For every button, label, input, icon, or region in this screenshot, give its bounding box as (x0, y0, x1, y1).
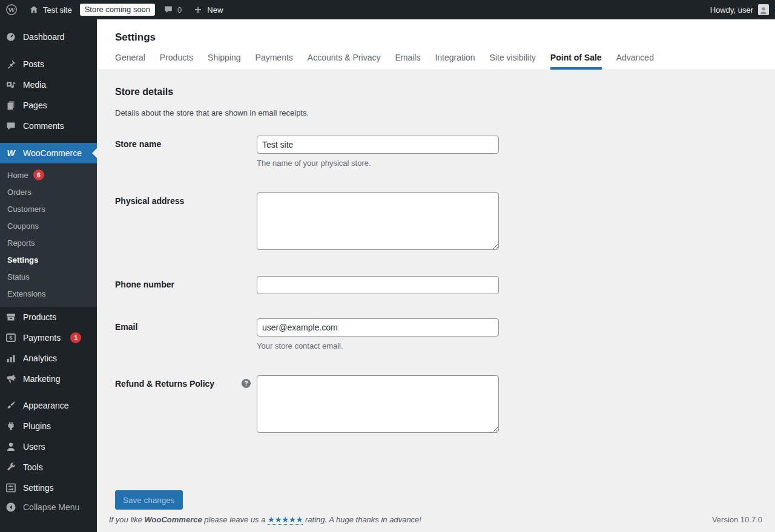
tab-advanced[interactable]: Advanced (616, 53, 654, 70)
sidebar-subitem-orders[interactable]: Orders (0, 183, 97, 200)
sidebar-subitem-settings[interactable]: Settings (0, 251, 97, 268)
products-icon (5, 311, 17, 323)
settings-tabs: General Products Shipping Payments Accou… (115, 53, 775, 70)
tab-emails[interactable]: Emails (395, 53, 420, 70)
dashboard-icon (5, 31, 17, 43)
submenu-item-label: Extensions (7, 289, 46, 298)
help-tip-icon[interactable]: ? (242, 379, 251, 388)
five-star-rating-link[interactable]: ★★★★★ (268, 515, 303, 525)
email-input[interactable] (257, 318, 499, 337)
sidebar-item-dashboard[interactable]: Dashboard (0, 27, 97, 47)
sidebar-item-payments[interactable]: $ Payments 1 (0, 327, 97, 348)
sidebar-item-label: Plugins (23, 421, 51, 431)
sidebar-item-marketing[interactable]: Marketing (0, 369, 97, 389)
appearance-icon (5, 399, 17, 412)
form-row-email: Email Your store contact email. (115, 318, 757, 351)
tab-accounts-privacy[interactable]: Accounts & Privacy (308, 53, 381, 70)
sidebar-item-users[interactable]: Users (0, 436, 97, 457)
sidebar-item-plugins[interactable]: Plugins (0, 416, 97, 436)
sidebar-item-label: Collapse Menu (23, 502, 79, 512)
coming-soon-badge[interactable]: Store coming soon (80, 4, 155, 16)
tab-products[interactable]: Products (160, 53, 193, 70)
sidebar-item-posts[interactable]: Posts (0, 54, 97, 74)
sidebar-item-label: Pages (23, 100, 47, 110)
sidebar-item-tools[interactable]: Tools (0, 457, 97, 478)
comments-bubble-icon (163, 4, 174, 15)
sidebar-subitem-coupons[interactable]: Coupons (0, 217, 97, 234)
refund-policy-label: Refund & Returns Policy (115, 379, 214, 389)
comments-icon (5, 120, 17, 132)
tab-site-visibility[interactable]: Site visibility (490, 53, 536, 70)
store-details-form: Store name The name of your physical sto… (115, 136, 757, 435)
sidebar-item-label: Users (23, 442, 45, 452)
plus-icon (193, 4, 203, 15)
sidebar-subitem-customers[interactable]: Customers (0, 200, 97, 217)
sidebar-item-analytics[interactable]: Analytics (0, 348, 97, 369)
sidebar-subitem-status[interactable]: Status (0, 268, 97, 285)
form-row-physical-address: Physical address (115, 192, 757, 252)
save-changes-button[interactable]: Save changes (115, 490, 183, 510)
refund-policy-textarea[interactable] (257, 375, 499, 433)
form-row-phone-number: Phone number (115, 276, 757, 294)
tab-payments[interactable]: Payments (256, 53, 293, 70)
tab-integration[interactable]: Integration (435, 53, 475, 70)
submenu-item-label: Orders (7, 188, 31, 197)
submenu-item-label: Status (7, 272, 30, 281)
submenu-item-label: Coupons (7, 222, 39, 231)
sidebar-item-comments[interactable]: Comments (0, 116, 97, 136)
wordpress-menu-button[interactable]: W (0, 0, 23, 19)
howdy-text: Howdy, user (710, 5, 753, 15)
account-menu[interactable]: Howdy, user (710, 4, 775, 15)
visit-site-link[interactable]: Test site (23, 0, 78, 19)
form-row-store-name: Store name The name of your physical sto… (115, 136, 757, 168)
sidebar-item-label: Dashboard (23, 32, 65, 42)
new-content-button[interactable]: New (187, 0, 228, 19)
sidebar-item-pages[interactable]: Pages (0, 95, 97, 116)
submenu-item-label: Reports (7, 238, 35, 248)
email-help: Your store contact email. (257, 341, 499, 351)
rating-text-prefix: If you like (109, 515, 145, 524)
submenu-item-label: Customers (7, 205, 45, 214)
collapse-menu-button[interactable]: Collapse Menu (0, 498, 97, 516)
brand-name: WooCommerce (145, 515, 202, 524)
rating-text-suffix: rating. A huge thanks in advance! (303, 515, 421, 524)
comments-shortcut[interactable]: 0 (157, 0, 187, 19)
admin-bar: W Test site Store coming soon 0 New Howd… (0, 0, 775, 19)
sidebar-item-label: Tools (23, 462, 43, 472)
sidebar-item-label: Appearance (23, 401, 69, 410)
site-name: Test site (43, 5, 72, 15)
sidebar-subitem-home[interactable]: Home 6 (0, 166, 97, 183)
sidebar-item-settings[interactable]: Settings (0, 478, 97, 498)
woocommerce-submenu: Home 6 Orders Customers Coupons Reports … (0, 163, 97, 307)
phone-number-label: Phone number (115, 280, 174, 290)
sidebar-subitem-extensions[interactable]: Extensions (0, 285, 97, 302)
settings-header: Settings General Products Shipping Payme… (97, 19, 775, 70)
sidebar-item-label: Comments (23, 121, 64, 131)
wordpress-logo-icon: W (5, 4, 18, 16)
sidebar-item-appearance[interactable]: Appearance (0, 395, 97, 416)
form-row-refund-policy: Refund & Returns Policy ? (115, 375, 757, 435)
rating-text-middle: please leave us a (202, 515, 268, 524)
phone-number-input[interactable] (257, 276, 499, 294)
tab-point-of-sale[interactable]: Point of Sale (550, 53, 602, 70)
page-title: Settings (115, 31, 775, 44)
collapse-arrow-icon (5, 501, 17, 513)
sidebar-item-products[interactable]: Products (0, 307, 97, 327)
svg-text:$: $ (9, 334, 13, 341)
store-name-input[interactable] (257, 136, 499, 154)
plugins-icon (5, 420, 17, 432)
settings-sliders-icon (5, 482, 17, 494)
sidebar-item-media[interactable]: Media (0, 74, 97, 95)
sidebar-subitem-reports[interactable]: Reports (0, 234, 97, 251)
sidebar-item-label: Analytics (23, 353, 57, 363)
sidebar-item-woocommerce[interactable]: W WooCommerce (0, 143, 97, 163)
store-name-help: The name of your physical store. (257, 159, 499, 168)
tab-general[interactable]: General (115, 53, 145, 70)
main-content: Settings General Products Shipping Payme… (97, 0, 775, 532)
media-icon (5, 79, 17, 91)
rating-request-text: If you like WooCommerce please leave us … (109, 515, 421, 524)
marketing-icon (5, 373, 17, 385)
email-label: Email (115, 322, 137, 332)
tab-shipping[interactable]: Shipping (208, 53, 241, 70)
physical-address-textarea[interactable] (257, 192, 499, 250)
